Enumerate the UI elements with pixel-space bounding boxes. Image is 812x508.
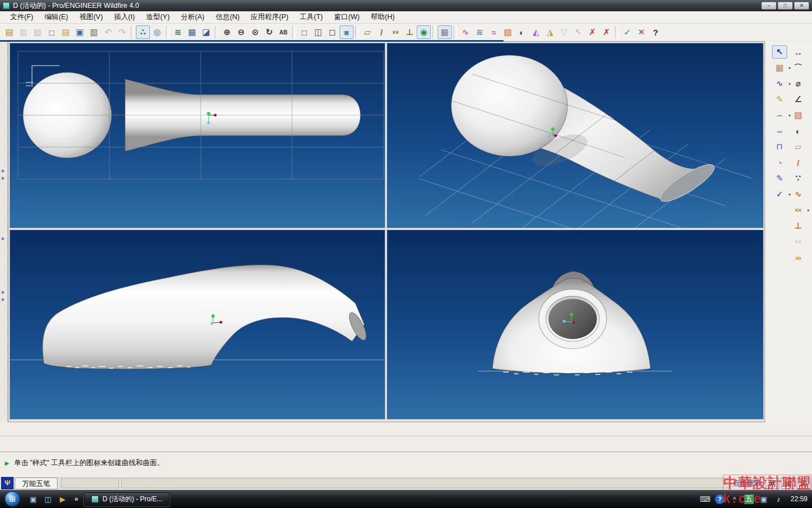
- select-tool-icon[interactable]: ↖: [772, 45, 787, 59]
- keyboard-icon[interactable]: ⌨: [700, 494, 710, 504]
- link-tool-icon[interactable]: ∞: [791, 251, 806, 264]
- taskbar-clock[interactable]: 22:59: [791, 495, 807, 503]
- sketcher-grid-icon[interactable]: ▦: [438, 25, 452, 39]
- dihedral-analysis-icon[interactable]: ≈: [487, 25, 501, 39]
- datum-axes-icon[interactable]: /: [374, 25, 389, 39]
- section-analysis-icon[interactable]: ◭: [529, 25, 543, 39]
- refit-icon[interactable]: ⊙: [248, 25, 262, 39]
- menu-item-4[interactable]: 造型(Y): [140, 11, 175, 24]
- reflection-analysis-icon[interactable]: ◐: [515, 25, 529, 39]
- sash-expand-icon[interactable]: »: [1, 168, 5, 174]
- no-hidden-icon[interactable]: ◻: [325, 25, 339, 39]
- volume-icon[interactable]: ♪: [774, 494, 783, 504]
- menu-item-3[interactable]: 插入(I): [108, 11, 140, 24]
- viewport-top-view[interactable]: [10, 43, 385, 228]
- find-icon[interactable]: ◎: [150, 25, 164, 39]
- delete-surface-analysis-icon[interactable]: ✗: [599, 25, 614, 39]
- render-icon[interactable]: ◪: [199, 25, 213, 39]
- menu-item-5[interactable]: 分析(A): [175, 11, 210, 24]
- points-tool-icon[interactable]: ××▾: [791, 203, 806, 217]
- style-feature-icon[interactable]: ∴: [136, 25, 150, 39]
- ime-button-0[interactable]: 网: [766, 478, 780, 489]
- measure-distance-icon[interactable]: ↔: [791, 45, 806, 59]
- expand-tray-icon[interactable]: ^: [730, 494, 739, 504]
- shaded-icon[interactable]: ■: [339, 25, 354, 39]
- context-help-icon[interactable]: ?: [648, 25, 663, 39]
- start-button[interactable]: ⊞: [5, 491, 20, 507]
- viewport-side-view[interactable]: [10, 230, 385, 419]
- menu-item-6[interactable]: 信息(N): [210, 11, 245, 24]
- menu-item-7[interactable]: 应用程序(P): [245, 11, 294, 24]
- ime-button-1[interactable]: 旅: [781, 478, 795, 489]
- new-file-icon[interactable]: □: [45, 25, 59, 39]
- open-file-icon[interactable]: ▤: [59, 25, 73, 39]
- ok-pane-icon[interactable]: ✓: [620, 25, 634, 39]
- cancel-pane-icon[interactable]: ✕: [634, 25, 648, 39]
- quick-launch-expand-icon[interactable]: »: [74, 495, 78, 503]
- browser-sash[interactable]: » » » » »: [0, 41, 8, 422]
- ime-button-2[interactable]: 词: [797, 478, 811, 489]
- zoom-in-icon[interactable]: ⊕: [220, 25, 234, 39]
- layers-icon[interactable]: ≋: [171, 25, 185, 39]
- done-tool-icon[interactable]: ✓▾: [772, 187, 787, 201]
- tray-plane-icon[interactable]: ▦▾: [772, 61, 787, 75]
- model-rear-view[interactable]: [492, 271, 650, 374]
- menu-item-2[interactable]: 视图(V): [74, 11, 109, 24]
- rear-view-canvas[interactable]: [387, 230, 763, 419]
- view-manager-icon[interactable]: ▦: [185, 25, 199, 39]
- minimize-button[interactable]: –: [761, 2, 776, 10]
- surface-trim-icon[interactable]: ⊓: [772, 140, 787, 154]
- ime-logo-icon[interactable]: Ψ: [1, 477, 14, 489]
- ime-input-strip[interactable]: [121, 478, 731, 488]
- slope-analysis-icon[interactable]: ◮: [543, 25, 557, 39]
- viewport-isometric-view[interactable]: [387, 43, 764, 228]
- curve-points-icon[interactable]: ∵: [791, 172, 806, 185]
- working-directory-icon[interactable]: ▤: [2, 25, 16, 39]
- sash-expand-icon[interactable]: »: [1, 297, 5, 303]
- plane-tool-icon[interactable]: ▱: [791, 140, 806, 154]
- sash-expand-icon[interactable]: »: [1, 176, 5, 181]
- measure-curve-icon[interactable]: ⌒: [791, 61, 806, 75]
- datum-planes-icon[interactable]: ▱: [360, 25, 374, 39]
- measure-angle-icon[interactable]: ∠: [791, 93, 806, 106]
- csys-tool-icon[interactable]: ⊥: [791, 219, 806, 233]
- ime-search-hint[interactable]: 点击搜索: [733, 479, 761, 488]
- show-desktop-icon[interactable]: ▣: [27, 493, 39, 505]
- menu-item-10[interactable]: 帮助(H): [365, 11, 400, 24]
- viewport-rear-view[interactable]: [387, 230, 764, 419]
- delete-curve-analysis-icon[interactable]: ✗: [585, 25, 599, 39]
- spin-center-icon[interactable]: ◉: [417, 25, 431, 39]
- close-button[interactable]: ✕: [794, 2, 809, 10]
- top-view-canvas[interactable]: [10, 43, 385, 227]
- sash-expand-icon[interactable]: »: [1, 290, 5, 295]
- menu-item-0[interactable]: 文件(F): [5, 11, 39, 24]
- sash-expand-icon[interactable]: »: [1, 236, 5, 242]
- surface-review-icon[interactable]: ◔: [772, 156, 787, 169]
- axis-tool-icon[interactable]: /: [791, 156, 806, 169]
- surface-connect-icon[interactable]: ⌣: [772, 124, 787, 138]
- media-player-icon[interactable]: ▶: [56, 493, 69, 505]
- display-tray-icon[interactable]: ▣: [759, 494, 769, 504]
- menu-item-8[interactable]: 工具(T): [294, 11, 329, 24]
- side-view-canvas[interactable]: [10, 230, 385, 419]
- help-tray-icon[interactable]: ?: [715, 494, 725, 504]
- surface-tool-icon[interactable]: ⌢▾: [772, 108, 787, 122]
- model-side-view[interactable]: [42, 265, 369, 369]
- spline-tool-icon[interactable]: ∿: [791, 187, 806, 201]
- saved-views-icon[interactable]: AB: [276, 25, 290, 39]
- proe-task-button[interactable]: D (活动的) - Pro/E...: [84, 492, 170, 506]
- chevron-down-icon[interactable]: ▾: [807, 208, 809, 213]
- csys-display-icon[interactable]: ⊥: [403, 25, 417, 39]
- ime-tray-icon[interactable]: 五: [744, 494, 754, 504]
- surface-analysis-icon[interactable]: ≋: [473, 25, 487, 39]
- save-file-icon[interactable]: ▣: [73, 25, 87, 39]
- curve-edit-icon[interactable]: ✎: [772, 93, 787, 106]
- measure-diameter-icon[interactable]: ⌀: [791, 77, 806, 90]
- zoom-out-icon[interactable]: ⊖: [234, 25, 248, 39]
- menu-item-9[interactable]: 窗口(W): [328, 11, 365, 24]
- isometric-view-canvas[interactable]: [387, 43, 763, 227]
- menu-item-1[interactable]: 编辑(E): [39, 11, 74, 24]
- datum-points-icon[interactable]: ××: [389, 25, 403, 39]
- hidden-line-icon[interactable]: ◫: [311, 25, 325, 39]
- wireframe-icon[interactable]: □: [297, 25, 311, 39]
